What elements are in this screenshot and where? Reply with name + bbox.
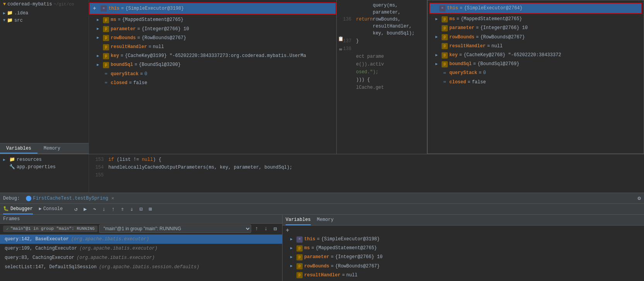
arrow-icon: ▶ <box>97 26 101 32</box>
p-icon: p <box>103 53 109 59</box>
thread-filter-icon[interactable]: ⊟ <box>271 226 279 232</box>
thread-down-arrow[interactable]: ↓ <box>262 226 270 232</box>
frame-query109[interactable]: query:109, CachingExecutor (org.apache.i… <box>0 244 282 253</box>
sidebar-item-src[interactable]: ▼ 📁 src <box>0 17 89 24</box>
var-name-querystack: queryStack <box>449 69 477 77</box>
var-value-this: {SimpleExecutor@3198} <box>321 236 380 243</box>
p-icon: p <box>103 35 109 41</box>
var-rowbounds-left[interactable]: ▶ p rowBounds = {RowBounds@2767} <box>89 34 336 43</box>
vars-bottom-tab-variables[interactable]: Variables <box>286 215 311 225</box>
gear-icon[interactable]: ⚙ <box>638 195 641 202</box>
debugger-bottom: 🐛 Debugger ▶ Console ↺ ▶ ↷ ↓ ↑ ⇑ ⇓ ⊡ ⊞ F… <box>0 203 644 281</box>
bottom-var-ms[interactable]: ▶ p ms = {MappedStatement@2765} <box>283 244 644 253</box>
thread-dropdown[interactable]: "main"@1 in group "main": RUNNING <box>99 224 251 233</box>
inf-icon: ∞ <box>442 70 448 76</box>
line-num: 155 <box>92 172 104 179</box>
eq-icon: ≡ <box>296 236 303 243</box>
side-icon-1[interactable]: 📋 <box>337 35 344 43</box>
frame-query142[interactable]: query:142, BaseExecutor (org.apache.ibat… <box>0 234 282 244</box>
bottom-sidebar-app-properties[interactable]: 🔧 app.properties <box>3 163 86 171</box>
bottom-sidebar-resources[interactable]: ▶ 📁 resources <box>3 156 86 163</box>
line-num: 153 <box>92 156 104 163</box>
tab-memory[interactable]: Memory <box>38 143 67 153</box>
popup-var-closed[interactable]: ∞ closed = false <box>428 78 644 87</box>
popup-var-querystack[interactable]: ∞ queryStack = 0 <box>428 69 644 78</box>
p-icon: p <box>442 34 448 40</box>
popup-var-resulthandler[interactable]: p resultHandler = null <box>428 42 644 51</box>
var-key-left[interactable]: ▶ p key = {CacheKey@3199} "-65202220:384… <box>89 52 336 60</box>
stepdown-icon[interactable]: ⇓ <box>128 205 135 213</box>
force-run-cursor-icon[interactable]: ⊡ <box>137 205 145 213</box>
frame-query83[interactable]: query:83, CachingExecutor (org.apache.ib… <box>0 253 282 262</box>
var-name-rowbounds: rowBounds <box>449 34 474 41</box>
bottom-var-resulthandler[interactable]: p resultHandler = null <box>283 271 644 280</box>
var-boundsql-left[interactable]: ▶ p boundSql = {BoundSql@3200} <box>89 60 336 69</box>
rerun-icon[interactable]: ↺ <box>72 205 80 213</box>
var-this-left[interactable]: + ≡ this = {SimpleExecutor@3198} <box>89 2 336 15</box>
var-parameter-left[interactable]: ▶ p parameter = {Integer@2766} 10 <box>89 25 336 34</box>
popup-var-key[interactable]: ▶ p key = {CacheKey@2768} "-65202220:384… <box>428 51 644 60</box>
stepout-icon[interactable]: ↑ <box>109 205 117 213</box>
frames-header: Frames <box>0 215 282 224</box>
vars-expand-btn[interactable]: + <box>286 227 289 234</box>
sidebar-item-idea[interactable]: ▶ 📁 .idea <box>0 9 89 17</box>
bottom-var-this[interactable]: ▶ ≡ this = {SimpleExecutor@3198} <box>283 235 644 244</box>
frame-name: query:83, CachingExecutor <box>5 254 74 261</box>
var-expand-plus[interactable]: + <box>93 4 99 13</box>
popup-var-this[interactable]: ≡ this = {SimpleExecutor@2764} <box>429 3 642 14</box>
stepup-icon[interactable]: ⇑ <box>118 205 126 213</box>
resources-folder-icon: 📁 <box>9 157 15 162</box>
p-icon: p <box>442 43 448 49</box>
side-icon-2[interactable]: ∞ <box>337 46 344 53</box>
code-text: ect parame <box>356 53 384 60</box>
bottom-var-parameter[interactable]: ▶ p parameter = {Integer@2766} 10 <box>283 253 644 262</box>
p-icon: p <box>296 245 303 252</box>
tab-console[interactable]: ▶ Console <box>39 204 63 214</box>
bottom-var-rowbounds[interactable]: ▶ p rowBounds = {RowBounds@2767} <box>283 262 644 271</box>
var-eq: = <box>140 71 143 78</box>
vars-bottom-tab-memory[interactable]: Memory <box>317 215 334 225</box>
frame-location: (org.apache.ibatis.executor) <box>71 236 149 243</box>
var-name-closed: closed <box>449 79 466 86</box>
thread-up-arrow[interactable]: ↑ <box>253 226 260 232</box>
var-name-parameter: parameter <box>304 253 329 261</box>
var-querystack-left[interactable]: ∞ queryStack = 0 <box>89 70 336 79</box>
debugger-content: Frames ✓ "main"@1 in group "main": RUNNI… <box>0 215 644 281</box>
debug-bar: Debug: FirstCacheTest.testBySpring ✕ ⚙ <box>0 193 644 203</box>
popup-var-parameter[interactable]: p parameter = {Integer@2766} 10 <box>428 24 644 33</box>
resume-icon[interactable]: ▶ <box>81 205 89 213</box>
var-resulthandler-left[interactable]: p resultHandler = null <box>89 43 336 52</box>
var-value-querystack: 0 <box>483 69 486 77</box>
frame-select147[interactable]: selectList:147, DefaultSqlSession (org.a… <box>0 262 282 272</box>
tab-variables[interactable]: Variables <box>0 143 38 153</box>
session-close-icon[interactable]: ✕ <box>111 195 114 201</box>
var-value-this: {SimpleExecutor@3198} <box>125 5 184 12</box>
stepinto-icon[interactable]: ↓ <box>100 205 108 213</box>
stepover-icon[interactable]: ↷ <box>91 205 98 213</box>
code-text: return <box>356 16 373 23</box>
popup-var-rowbounds[interactable]: ▶ p rowBounds = {RowBounds@2767} <box>428 33 644 42</box>
thread-check: ✓ <box>6 226 9 231</box>
arrow-icon: ▶ <box>290 263 295 269</box>
var-eq: = <box>311 245 314 252</box>
eval-icon[interactable]: ⊞ <box>146 205 154 213</box>
var-value-ms: {MappedStatement@2765} <box>461 16 522 23</box>
var-value-boundsql: {BoundSql@3200} <box>139 61 181 69</box>
var-eq: = <box>487 43 490 50</box>
var-value-key: {CacheKey@2768} "-65202220:38433372 <box>464 52 561 59</box>
var-eq: = <box>129 79 132 87</box>
var-name-closed: closed <box>111 79 127 87</box>
var-ms-left[interactable]: ▶ p ms = {MappedStatement@2765} <box>89 16 336 24</box>
vars-bottom-panel: Variables Memory + ▶ ≡ this = {SimpleExe… <box>283 215 644 281</box>
popup-var-ms[interactable]: ▶ p ms = {MappedStatement@2765} <box>428 15 644 24</box>
popup-panel: ≡ this = {SimpleExecutor@2764} ▶ p ms = … <box>427 0 644 154</box>
inf-icon: ∞ <box>103 80 109 86</box>
console-icon: ▶ <box>39 206 42 212</box>
var-closed-left[interactable]: ∞ closed = false <box>89 79 336 88</box>
tab-debugger[interactable]: 🐛 Debugger <box>3 204 33 214</box>
popup-var-boundsql[interactable]: ▶ p boundSql = {BoundSql@2769} <box>428 60 644 69</box>
var-name-ms: ms <box>449 16 455 23</box>
code-content: 136 return query(ms, parameter, rowBound… <box>337 0 427 154</box>
var-eq: = <box>135 61 137 69</box>
vars-bottom-tabs: Variables Memory <box>283 215 644 226</box>
